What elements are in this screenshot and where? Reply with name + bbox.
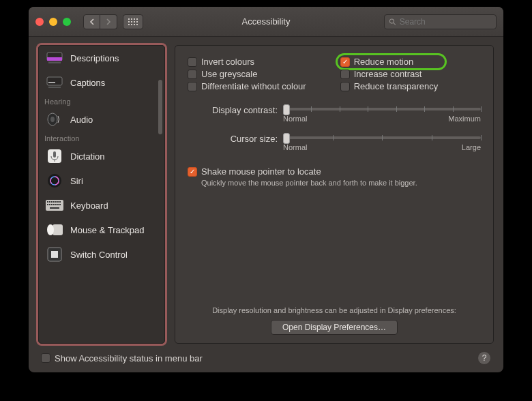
- slider-min-label: Normal: [283, 115, 307, 123]
- cursor-size-slider[interactable]: [283, 136, 481, 139]
- traffic-lights: [35, 18, 71, 26]
- sidebar-item-label: Siri: [70, 176, 83, 186]
- sidebar-item-switch-control[interactable]: Switch Control: [39, 242, 164, 267]
- sidebar-item-label: Captions: [70, 78, 105, 88]
- svg-rect-36: [47, 204, 48, 205]
- show-status-menubar-checkbox[interactable]: Show Accessibility status in menu bar: [41, 353, 203, 363]
- svg-rect-1: [131, 18, 132, 20]
- svg-rect-4: [128, 21, 130, 23]
- scrollbar-thumb[interactable]: [158, 80, 162, 134]
- sidebar-container: Descriptions Captions Hearing Audio Inte…: [38, 45, 165, 344]
- sidebar-item-label: Dictation: [70, 151, 105, 162]
- svg-rect-40: [55, 204, 57, 205]
- svg-rect-9: [131, 24, 132, 25]
- slider-thumb[interactable]: [283, 133, 290, 144]
- use-greyscale-checkbox[interactable]: Use greyscale: [188, 69, 306, 79]
- mouse-trackpad-icon: [46, 222, 63, 237]
- fullscreen-window-button[interactable]: [63, 18, 71, 26]
- reduce-transparency-checkbox[interactable]: Reduce transparency: [340, 81, 439, 91]
- nav-buttons: [83, 14, 117, 29]
- svg-point-25: [48, 174, 61, 188]
- svg-rect-43: [50, 207, 59, 209]
- svg-rect-11: [136, 24, 138, 25]
- svg-rect-38: [51, 204, 53, 205]
- descriptions-icon: [46, 50, 63, 65]
- checkbox-label: Shake mouse pointer to locate: [201, 166, 321, 177]
- open-display-preferences-button[interactable]: Open Display Preferences…: [271, 320, 398, 335]
- svg-rect-37: [49, 204, 50, 205]
- checkbox-label: Increase contrast: [354, 69, 422, 79]
- search-field[interactable]: [384, 14, 497, 29]
- differentiate-colour-checkbox[interactable]: Differentiate without colour: [188, 81, 306, 91]
- display-note: Display resolution and brightness can be…: [188, 306, 481, 314]
- svg-rect-15: [47, 57, 62, 61]
- switch-control-icon: [46, 247, 63, 262]
- svg-rect-31: [51, 201, 53, 203]
- slider-max-label: Large: [462, 143, 481, 151]
- svg-rect-19: [48, 87, 61, 88]
- display-contrast-label: Display contrast:: [188, 104, 283, 115]
- svg-rect-23: [53, 151, 56, 158]
- display-contrast-slider[interactable]: [283, 108, 481, 110]
- increase-contrast-checkbox[interactable]: Increase contrast: [340, 69, 439, 79]
- svg-rect-39: [53, 204, 55, 205]
- svg-rect-42: [59, 204, 61, 205]
- sidebar-item-label: Descriptions: [70, 53, 119, 63]
- back-button[interactable]: [83, 14, 100, 29]
- minimize-window-button[interactable]: [49, 18, 57, 26]
- svg-point-45: [47, 224, 54, 235]
- category-sidebar: Descriptions Captions Hearing Audio Inte…: [38, 45, 165, 344]
- svg-rect-8: [128, 24, 130, 25]
- reduce-motion-highlight: ✓Reduce motion: [336, 53, 447, 70]
- close-window-button[interactable]: [35, 18, 44, 26]
- sidebar-scrollbar[interactable]: [158, 53, 162, 242]
- search-input[interactable]: [400, 17, 492, 27]
- svg-rect-2: [134, 18, 135, 20]
- svg-point-12: [389, 19, 394, 23]
- svg-rect-44: [53, 224, 63, 235]
- show-all-button[interactable]: [123, 14, 143, 29]
- sidebar-item-label: Audio: [70, 115, 93, 125]
- svg-rect-41: [57, 204, 59, 205]
- reduce-motion-checkbox[interactable]: ✓Reduce motion: [340, 57, 439, 67]
- svg-rect-47: [51, 251, 58, 258]
- svg-rect-30: [49, 201, 50, 203]
- slider-min-label: Normal: [283, 143, 307, 151]
- svg-rect-35: [59, 201, 61, 203]
- slider-max-label: Maximum: [448, 115, 481, 123]
- sidebar-section-interaction: Interaction: [39, 132, 164, 144]
- svg-rect-17: [47, 77, 62, 85]
- window-title: Accessibility: [242, 16, 291, 27]
- forward-button[interactable]: [100, 14, 117, 29]
- checkbox-label: Reduce motion: [354, 57, 413, 67]
- main-panel: Invert colours Use greyscale Differentia…: [175, 45, 494, 344]
- sidebar-item-captions[interactable]: Captions: [39, 70, 164, 95]
- sidebar-item-dictation[interactable]: Dictation: [39, 144, 164, 168]
- search-icon: [389, 18, 396, 26]
- shake-pointer-checkbox[interactable]: ✓Shake mouse pointer to locate: [188, 166, 481, 177]
- bottom-bar: Show Accessibility status in menu bar ?: [29, 344, 503, 372]
- sidebar-section-hearing: Hearing: [39, 95, 164, 107]
- siri-icon: [46, 173, 63, 188]
- sidebar-item-siri[interactable]: Siri: [39, 168, 164, 193]
- slider-thumb[interactable]: [283, 104, 290, 115]
- sidebar-item-mouse-trackpad[interactable]: Mouse & Trackpad: [39, 218, 164, 242]
- svg-point-21: [50, 117, 55, 122]
- svg-rect-5: [131, 21, 132, 23]
- svg-rect-16: [48, 62, 61, 63]
- audio-icon: [46, 112, 63, 127]
- checkbox-label: Use greyscale: [201, 69, 257, 79]
- svg-rect-7: [136, 21, 138, 23]
- invert-colours-checkbox[interactable]: Invert colours: [188, 57, 306, 67]
- shake-pointer-description: Quickly move the mouse pointer back and …: [188, 179, 481, 187]
- sidebar-item-audio[interactable]: Audio: [39, 107, 164, 132]
- svg-rect-32: [53, 201, 55, 203]
- preferences-window: Accessibility Descriptions Captions H: [29, 7, 503, 372]
- sidebar-item-label: Keyboard: [70, 200, 108, 211]
- grid-icon: [128, 18, 138, 25]
- sidebar-item-descriptions[interactable]: Descriptions: [39, 46, 164, 70]
- sidebar-item-keyboard[interactable]: Keyboard: [39, 193, 164, 218]
- help-button[interactable]: ?: [477, 351, 491, 365]
- checkbox-label: Reduce transparency: [354, 81, 439, 91]
- dictation-icon: [46, 149, 63, 164]
